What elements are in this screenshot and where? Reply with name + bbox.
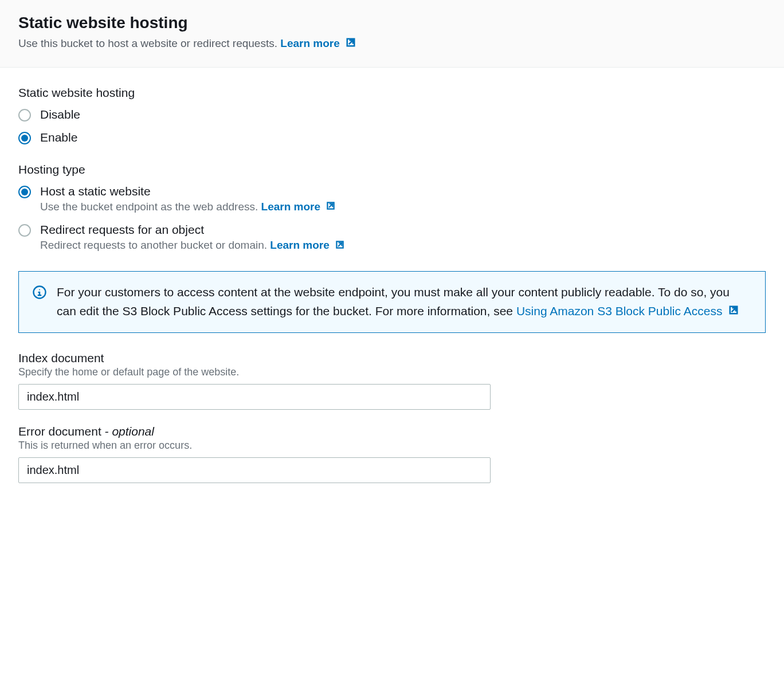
radio-option-host-static[interactable]: Host a static website Use the bucket end… — [18, 185, 766, 214]
page-title: Static website hosting — [18, 14, 766, 32]
external-link-icon — [345, 37, 356, 51]
external-link-icon — [335, 240, 345, 253]
radio-circle-host-static — [18, 186, 31, 198]
header-learn-more-link[interactable]: Learn more — [280, 37, 356, 49]
error-document-label: Error document - optional — [18, 425, 766, 438]
header-learn-more-text: Learn more — [280, 37, 339, 49]
index-document-input[interactable] — [18, 384, 491, 410]
error-document-section: Error document - optional This is return… — [18, 425, 766, 483]
redirect-learn-more-text: Learn more — [270, 239, 329, 251]
index-document-hint: Specify the home or default page of the … — [18, 366, 766, 378]
error-document-input[interactable] — [18, 457, 491, 483]
radio-label-redirect: Redirect requests for an object — [40, 223, 345, 237]
radio-circle-disable — [18, 109, 31, 121]
page-header: Static website hosting Use this bucket t… — [0, 0, 784, 68]
radio-circle-enable — [18, 132, 31, 144]
error-document-label-optional: - optional — [101, 425, 154, 438]
info-box-link[interactable]: Using Amazon S3 Block Public Access — [516, 304, 739, 317]
external-link-icon — [326, 201, 336, 214]
external-link-icon — [728, 303, 739, 322]
content-area: Static website hosting Disable Enable Ho… — [0, 68, 784, 516]
hosting-toggle-group: Static website hosting Disable Enable — [18, 86, 766, 144]
radio-option-redirect[interactable]: Redirect requests for an object Redirect… — [18, 223, 766, 252]
radio-label-enable: Enable — [40, 131, 77, 144]
error-document-hint: This is returned when an error occurs. — [18, 440, 766, 452]
hosting-toggle-label: Static website hosting — [18, 86, 766, 100]
host-static-learn-more-text: Learn more — [261, 201, 320, 213]
hosting-type-group: Hosting type Host a static website Use t… — [18, 163, 766, 253]
page-description-text: Use this bucket to host a website or red… — [18, 37, 277, 49]
info-box-link-text: Using Amazon S3 Block Public Access — [516, 304, 723, 317]
radio-option-disable[interactable]: Disable — [18, 108, 766, 121]
radio-sublabel-host-static: Use the bucket endpoint as the web addre… — [40, 201, 336, 214]
radio-sublabel-redirect: Redirect requests to another bucket or d… — [40, 239, 345, 252]
index-document-section: Index document Specify the home or defau… — [18, 351, 766, 410]
radio-circle-redirect — [18, 224, 31, 237]
radio-label-disable: Disable — [40, 108, 80, 121]
info-icon — [33, 285, 46, 301]
host-static-desc: Use the bucket endpoint as the web addre… — [40, 201, 258, 213]
info-text: For your customers to access content at … — [57, 283, 751, 321]
radio-label-host-static: Host a static website — [40, 185, 336, 198]
redirect-desc: Redirect requests to another bucket or d… — [40, 239, 267, 251]
host-static-learn-more-link[interactable]: Learn more — [261, 201, 336, 213]
radio-option-enable[interactable]: Enable — [18, 131, 766, 144]
index-document-label: Index document — [18, 351, 766, 365]
svg-point-1 — [39, 289, 40, 291]
info-box: For your customers to access content at … — [18, 271, 766, 333]
redirect-learn-more-link[interactable]: Learn more — [270, 239, 345, 251]
page-description: Use this bucket to host a website or red… — [18, 37, 766, 51]
error-document-label-prefix: Error document — [18, 425, 101, 438]
hosting-type-label: Hosting type — [18, 163, 766, 177]
